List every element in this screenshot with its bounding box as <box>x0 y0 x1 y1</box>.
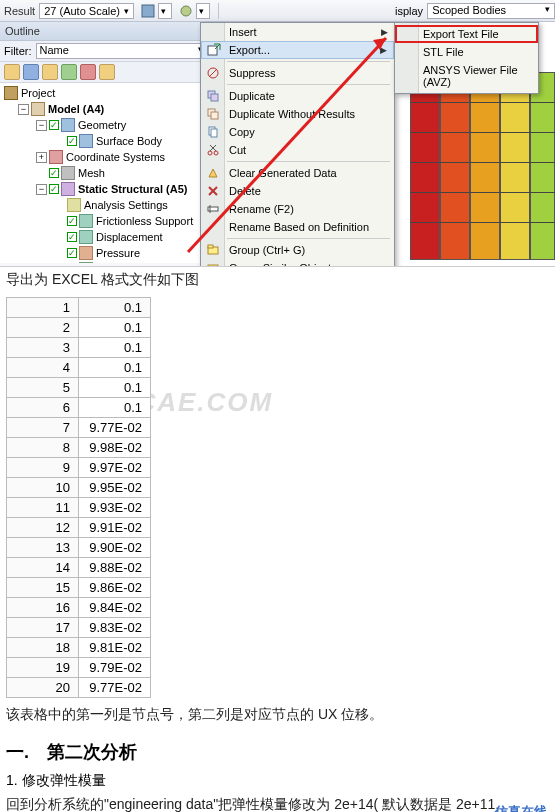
section-heading: 一. 第二次分析 <box>0 728 555 770</box>
table-row: 99.97E-02 <box>7 458 151 478</box>
menu-label: Export Text File <box>423 28 499 40</box>
menu-label: Export... <box>229 44 270 56</box>
menu-label: STL File <box>423 46 464 58</box>
check-icon: ✓ <box>67 232 77 242</box>
menu-group[interactable]: Group (Ctrl+ G) <box>201 241 394 259</box>
check-icon: ✓ <box>49 120 59 130</box>
collapse-icon[interactable] <box>42 64 58 80</box>
table-row: 209.77E-02 <box>7 678 151 698</box>
body-icon <box>79 134 93 148</box>
tag-icon[interactable] <box>61 64 77 80</box>
tree-analysis[interactable]: Analysis Settings <box>0 197 211 213</box>
model-icon <box>31 102 45 116</box>
outline-title: Outline <box>0 22 211 41</box>
table-row: 119.93E-02 <box>7 498 151 518</box>
menu-export[interactable]: Export...▶ <box>201 41 394 59</box>
tree-model[interactable]: −Model (A4) <box>0 101 211 117</box>
tree-geometry[interactable]: −✓Geometry <box>0 117 211 133</box>
menu-label: Duplicate Without Results <box>229 108 355 120</box>
tree-coord[interactable]: +Coordinate Systems <box>0 149 211 165</box>
menu-group-similar[interactable]: Group Similar Objects <box>201 259 394 267</box>
menu-cut[interactable]: Cut <box>201 141 394 159</box>
menu-copy[interactable]: Copy <box>201 123 394 141</box>
delete-icon <box>205 183 221 199</box>
tree-static[interactable]: −✓Static Structural (A5) <box>0 181 211 197</box>
caption-export: 导出为 EXCEL 格式文件如下图 <box>0 267 555 293</box>
table-cell: 9.77E-02 <box>79 678 151 698</box>
export-submenu: Export Text File STL File ANSYS Viewer F… <box>394 22 539 94</box>
svg-rect-8 <box>211 112 218 119</box>
refresh-icon[interactable] <box>99 64 115 80</box>
table-row: 20.1 <box>7 318 151 338</box>
filter-dropdown[interactable]: Name ▾ <box>36 43 208 59</box>
table-row: 109.95E-02 <box>7 478 151 498</box>
menu-clear[interactable]: Clear Generated Data <box>201 164 394 182</box>
submenu-export-text[interactable]: Export Text File <box>395 25 538 43</box>
expander-icon[interactable]: − <box>36 184 47 195</box>
analysis-icon <box>67 198 81 212</box>
excel-table: 10.120.130.140.150.160.179.77E-0289.98E-… <box>6 297 151 698</box>
tree-label: Geometry <box>78 119 126 131</box>
table-cell: 2 <box>7 318 79 338</box>
menu-label: Delete <box>229 185 261 197</box>
svg-point-11 <box>208 151 212 155</box>
tree-label: Surface Body <box>96 135 162 147</box>
menu-suppress[interactable]: Suppress <box>201 64 394 82</box>
group-similar-icon <box>205 260 221 267</box>
menu-delete[interactable]: Delete <box>201 182 394 200</box>
table-row: 79.77E-02 <box>7 418 151 438</box>
tree-frictionless[interactable]: ✓Frictionless Support <box>0 213 211 229</box>
probe-dropdown[interactable]: ▾ <box>196 3 210 19</box>
tree-mesh[interactable]: ✓Mesh <box>0 165 211 181</box>
tree-label: Analysis Settings <box>84 199 168 211</box>
table-row: 129.91E-02 <box>7 518 151 538</box>
check-icon: ✓ <box>49 168 59 178</box>
table-cell: 8 <box>7 438 79 458</box>
menu-dup-without[interactable]: Duplicate Without Results <box>201 105 394 123</box>
chevron-right-icon: ▶ <box>381 27 388 37</box>
table-cell: 16 <box>7 598 79 618</box>
table-row: 139.90E-02 <box>7 538 151 558</box>
svg-rect-6 <box>211 94 218 101</box>
tree-surface[interactable]: ✓Surface Body <box>0 133 211 149</box>
tree-solution[interactable]: −✓Solution (A6) <box>0 261 211 263</box>
submenu-avz[interactable]: ANSYS Viewer File (AVZ) <box>395 61 538 91</box>
outline-tree: Project −Model (A4) −✓Geometry ✓Surface … <box>0 83 211 263</box>
group-icon <box>205 242 221 258</box>
tree-pressure[interactable]: ✓Pressure <box>0 245 211 261</box>
search-icon[interactable] <box>80 64 96 80</box>
menu-label: Rename Based on Definition <box>229 221 369 233</box>
table-row: 60.1 <box>7 398 151 418</box>
filter-icon[interactable] <box>4 64 20 80</box>
tree-project[interactable]: Project <box>0 85 211 101</box>
result-scale-dropdown[interactable]: 27 (Auto Scale) ▾ <box>39 3 134 19</box>
expander-icon[interactable]: − <box>18 104 29 115</box>
menu-insert[interactable]: Insert▶ <box>201 23 394 41</box>
solution-icon <box>79 262 93 263</box>
sub-heading: 1. 修改弹性模量 <box>0 770 555 792</box>
table-cell: 9.81E-02 <box>79 638 151 658</box>
contour-dropdown[interactable]: ▾ <box>158 3 172 19</box>
clear-icon <box>205 165 221 181</box>
project-icon <box>4 86 18 100</box>
menu-label: Rename (F2) <box>229 203 294 215</box>
scoped-bodies-dropdown[interactable]: Scoped Bodies ▾ <box>427 3 555 19</box>
duplicate-without-icon <box>205 106 221 122</box>
menu-duplicate[interactable]: Duplicate <box>201 87 394 105</box>
menu-rename[interactable]: Rename (F2) <box>201 200 394 218</box>
submenu-stl[interactable]: STL File <box>395 43 538 61</box>
tree-displacement[interactable]: ✓Displacement <box>0 229 211 245</box>
tree-label: Static Structural (A5) <box>78 183 187 195</box>
table-cell: 10 <box>7 478 79 498</box>
table-cell: 9.97E-02 <box>79 458 151 478</box>
probe-icon[interactable] <box>178 3 194 19</box>
table-cell: 18 <box>7 638 79 658</box>
table-row: 189.81E-02 <box>7 638 151 658</box>
expand-icon[interactable] <box>23 64 39 80</box>
expander-icon[interactable]: + <box>36 152 47 163</box>
menu-rename-def[interactable]: Rename Based on Definition <box>201 218 394 236</box>
contour-icon[interactable] <box>140 3 156 19</box>
table-row: 169.84E-02 <box>7 598 151 618</box>
suppress-icon <box>205 65 221 81</box>
expander-icon[interactable]: − <box>36 120 47 131</box>
